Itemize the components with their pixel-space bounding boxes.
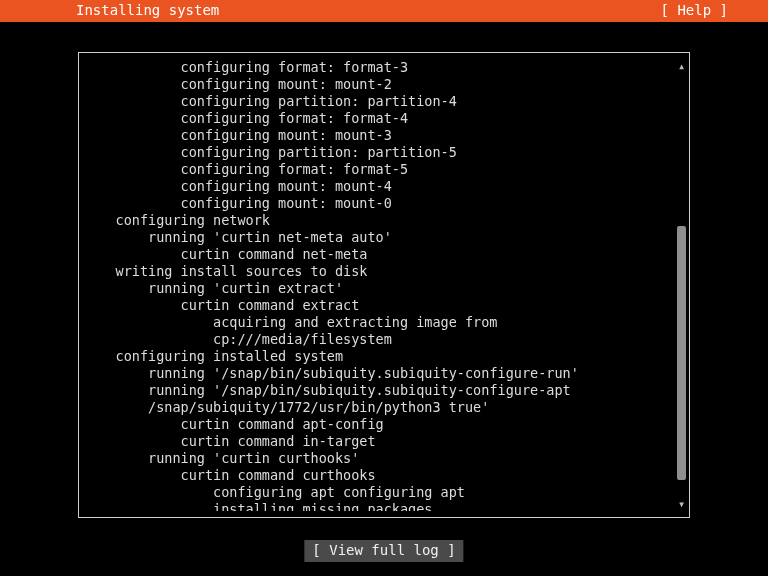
log-line: installing missing packages [83, 501, 681, 511]
log-line: curtin command net-meta [83, 246, 681, 263]
install-log: configuring format: format-3configuring … [83, 59, 681, 511]
scroll-up-arrow-icon[interactable]: ▴ [677, 61, 686, 71]
log-line: configuring partition: partition-4 [83, 93, 681, 110]
log-line: running 'curtin curthooks' [83, 450, 681, 467]
log-line: curtin command curthooks [83, 467, 681, 484]
log-line: running 'curtin net-meta auto' [83, 229, 681, 246]
view-full-log-button[interactable]: [ View full log ] [304, 540, 463, 562]
log-line: running 'curtin extract' [83, 280, 681, 297]
scroll-track[interactable] [677, 73, 686, 497]
scroll-thumb[interactable] [677, 226, 686, 480]
log-scrollbar[interactable]: ▴ ▾ [677, 61, 686, 509]
log-line: writing install sources to disk [83, 263, 681, 280]
log-line: configuring format: format-3 [83, 59, 681, 76]
log-line: running '/snap/bin/subiquity.subiquity-c… [83, 365, 681, 382]
log-line: configuring format: format-5 [83, 161, 681, 178]
log-line: configuring format: format-4 [83, 110, 681, 127]
header-bar: Installing system [ Help ] [0, 0, 768, 22]
log-line: curtin command extract [83, 297, 681, 314]
log-line: curtin command in-target [83, 433, 681, 450]
log-line: configuring installed system [83, 348, 681, 365]
help-button[interactable]: [ Help ] [661, 2, 728, 20]
log-line: configuring network [83, 212, 681, 229]
log-line: configuring mount: mount-3 [83, 127, 681, 144]
log-line: acquiring and extracting image from cp:/… [83, 314, 681, 348]
log-line: configuring mount: mount-4 [83, 178, 681, 195]
log-line: configuring partition: partition-5 [83, 144, 681, 161]
page-title: Installing system [76, 2, 219, 20]
log-line: configuring mount: mount-2 [83, 76, 681, 93]
installer-stage: configuring format: format-3configuring … [0, 22, 768, 576]
log-line: configuring apt configuring apt [83, 484, 681, 501]
log-line: configuring mount: mount-0 [83, 195, 681, 212]
log-line: curtin command apt-config [83, 416, 681, 433]
log-line: running '/snap/bin/subiquity.subiquity-c… [83, 382, 681, 416]
install-log-box: configuring format: format-3configuring … [78, 52, 690, 518]
scroll-down-arrow-icon[interactable]: ▾ [677, 499, 686, 509]
